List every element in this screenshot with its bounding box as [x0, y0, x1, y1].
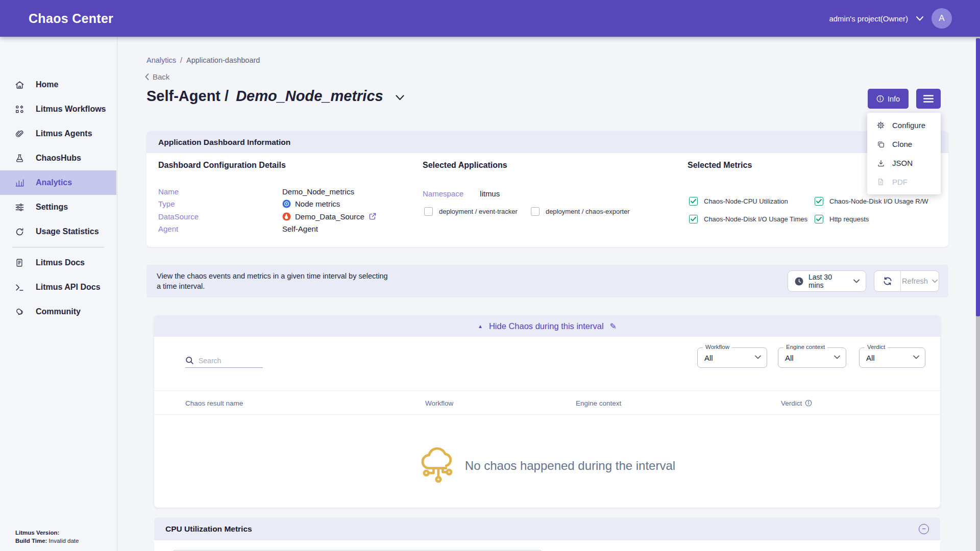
filter-chevron-down-icon [913, 355, 919, 359]
vertical-scrollbar[interactable] [976, 37, 980, 551]
refresh-label: Refresh [902, 277, 928, 285]
metric-label: Chaos-Node-CPU Utilization [704, 197, 788, 205]
kebab-menu-button[interactable] [916, 89, 941, 109]
namespace-row: Namespace litmus [423, 189, 500, 198]
search-input[interactable] [199, 357, 259, 365]
metric-label: Chaos-Node-Disk I/O Usage R/W [829, 197, 928, 205]
project-name[interactable]: admin's project(Owner) [829, 14, 908, 23]
metric-label: Http requests [829, 215, 869, 223]
sidebar-item-litmus-agents[interactable]: Litmus Agents [0, 121, 116, 146]
checkbox-chaos-exporter[interactable] [531, 207, 540, 216]
config-row-agent: Agent Self-Agent [158, 223, 377, 236]
verdict-filter-select[interactable]: Verdict All [859, 347, 925, 368]
empty-message: No chaos happened during the interval [465, 459, 675, 473]
app-title: Chaos Center [29, 11, 113, 26]
breadcrumb: Analytics / Application-dashboard [146, 56, 260, 64]
info-button[interactable]: Info [868, 89, 909, 109]
refresh-now-button[interactable] [874, 271, 901, 291]
sidebar-item-litmus-docs[interactable]: Litmus Docs [0, 251, 116, 275]
time-range-value: Last 30 mins [808, 273, 848, 289]
title-chevron-down-icon[interactable] [396, 95, 404, 101]
avatar[interactable]: A [932, 8, 952, 29]
sidebar-item-label: Usage Statistics [36, 227, 99, 236]
breadcrumb-analytics[interactable]: Analytics [146, 56, 176, 64]
checkbox-disk-io-rw[interactable] [815, 197, 823, 206]
dashboard-name: Demo_Node_metrics [236, 88, 383, 105]
refresh-circle-icon [14, 227, 24, 237]
menu-item-pdf[interactable]: PDF [867, 172, 941, 191]
chaos-interval-card: ▲ Hide Chaos during this interval ✎ Work… [154, 315, 940, 508]
sidebar-item-litmus-workflows[interactable]: Litmus Workflows [0, 97, 116, 121]
menu-item-configure[interactable]: Configure [867, 116, 941, 135]
checkbox-event-tracker[interactable] [424, 207, 433, 216]
back-button[interactable]: Back [145, 72, 169, 81]
external-link-icon[interactable] [369, 212, 377, 220]
scrollbar-thumb[interactable] [976, 38, 980, 316]
chevron-left-icon [145, 73, 149, 80]
sidebar-item-label: Community [36, 307, 81, 316]
prometheus-icon [282, 212, 291, 221]
terminal-icon [14, 282, 24, 292]
sidebar-item-litmus-api-docs[interactable]: Litmus API Docs [0, 275, 116, 299]
edit-pencil-icon[interactable]: ✎ [610, 321, 617, 331]
checkbox-disk-io-times[interactable] [689, 215, 698, 223]
cpu-panel-title: CPU Utilization Metrics [165, 524, 252, 534]
cloud-circuit-icon [419, 445, 456, 486]
build-time-value: Invalid date [47, 538, 79, 544]
config-label: DataSource [158, 212, 282, 221]
sidebar-item-label: Analytics [36, 178, 72, 187]
menu-item-label: Configure [892, 121, 925, 130]
column-verdict: Verdict [781, 391, 812, 415]
back-label: Back [153, 72, 169, 81]
cpu-utilization-panel-body [154, 540, 940, 551]
checkbox-http-requests[interactable] [815, 215, 823, 223]
hide-chaos-toggle[interactable]: ▲ Hide Chaos during this interval ✎ [154, 315, 940, 337]
build-time-label: Build Time: [15, 538, 47, 544]
info-icon [876, 95, 884, 103]
sidebar-item-home[interactable]: Home [0, 72, 116, 97]
namespace-value: litmus [480, 189, 500, 198]
column-workflow: Workflow [425, 391, 453, 415]
project-chevron-down-icon[interactable] [916, 16, 923, 21]
engine-context-filter-select[interactable]: Engine context All [778, 347, 846, 368]
pdf-document-icon [876, 178, 885, 186]
sidebar-item-settings[interactable]: Settings [0, 195, 116, 219]
sidebar-item-analytics[interactable]: Analytics [0, 170, 116, 195]
dashboard-actions-menu: Configure Clone JSON PDF [867, 113, 941, 194]
menu-item-clone[interactable]: Clone [867, 135, 941, 154]
time-range-select[interactable]: Last 30 mins [788, 270, 866, 292]
collapse-minus-icon[interactable]: − [919, 524, 929, 534]
selected-applications-heading: Selected Applications [423, 161, 507, 170]
sidebar: Home Litmus Workflows Litmus Agents Chao… [0, 37, 117, 551]
node-metrics-icon [282, 199, 291, 208]
litmus-version-label: Litmus Version: [15, 530, 59, 536]
checkbox-cpu-utilization[interactable] [689, 197, 698, 206]
sidebar-item-community[interactable]: Community [0, 299, 116, 324]
column-verdict-label: Verdict [781, 399, 802, 407]
refresh-interval-select[interactable]: Refresh [901, 271, 939, 291]
menu-item-json[interactable]: JSON [867, 154, 941, 172]
chat-bubbles-icon [14, 307, 24, 317]
sidebar-item-label: Litmus API Docs [36, 283, 101, 292]
verdict-info-icon[interactable] [805, 399, 812, 407]
filter-value: All [785, 348, 794, 367]
table-header-row: Chaos result name Workflow Engine contex… [154, 390, 940, 415]
info-button-label: Info [888, 95, 900, 103]
config-details-heading: Dashboard Configuration Details [158, 161, 286, 170]
checkbox-label: deployment / event-tracker [439, 208, 518, 215]
config-row-type: Type Node metrics [158, 198, 377, 211]
breadcrumb-current: Application-dashboard [186, 56, 260, 64]
config-value: Demo_Data_Source [295, 212, 364, 221]
application-checkboxes: deployment / event-tracker deployment / … [424, 207, 630, 216]
config-row-name: Name Demo_Node_metrics [158, 185, 377, 198]
sidebar-item-chaoshubs[interactable]: ChaosHubs [0, 146, 116, 170]
sidebar-item-usage-statistics[interactable]: Usage Statistics [0, 219, 116, 244]
refresh-icon [883, 276, 893, 286]
menu-item-label: JSON [892, 159, 913, 167]
workflow-filter-select[interactable]: Workflow All [697, 347, 767, 368]
agent-name: Self-Agent / [146, 88, 233, 105]
gear-icon [876, 121, 885, 130]
chaos-search [185, 356, 263, 368]
config-details-rows: Name Demo_Node_metrics Type Node metrics… [158, 185, 377, 235]
clock-icon [795, 277, 803, 286]
